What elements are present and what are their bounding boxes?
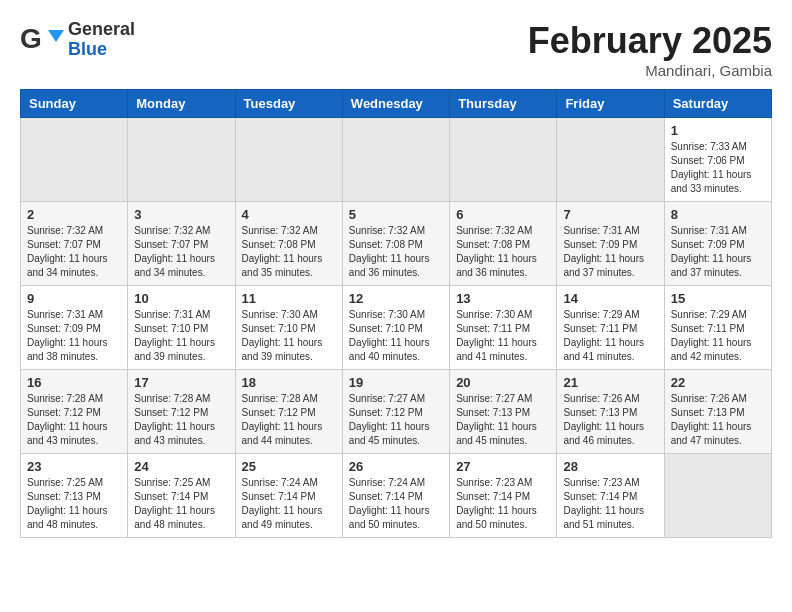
- calendar-cell: [664, 454, 771, 538]
- weekday-header-thursday: Thursday: [450, 90, 557, 118]
- calendar-cell: 10Sunrise: 7:31 AM Sunset: 7:10 PM Dayli…: [128, 286, 235, 370]
- calendar-cell: [557, 118, 664, 202]
- calendar-cell: 7Sunrise: 7:31 AM Sunset: 7:09 PM Daylig…: [557, 202, 664, 286]
- calendar-cell: 12Sunrise: 7:30 AM Sunset: 7:10 PM Dayli…: [342, 286, 449, 370]
- calendar-cell: 11Sunrise: 7:30 AM Sunset: 7:10 PM Dayli…: [235, 286, 342, 370]
- calendar-cell: 26Sunrise: 7:24 AM Sunset: 7:14 PM Dayli…: [342, 454, 449, 538]
- calendar-cell: 16Sunrise: 7:28 AM Sunset: 7:12 PM Dayli…: [21, 370, 128, 454]
- calendar-cell: 1Sunrise: 7:33 AM Sunset: 7:06 PM Daylig…: [664, 118, 771, 202]
- page-header: G General Blue February 2025 Mandinari, …: [20, 20, 772, 79]
- calendar-cell: 20Sunrise: 7:27 AM Sunset: 7:13 PM Dayli…: [450, 370, 557, 454]
- calendar-cell: 23Sunrise: 7:25 AM Sunset: 7:13 PM Dayli…: [21, 454, 128, 538]
- calendar-header: SundayMondayTuesdayWednesdayThursdayFrid…: [21, 90, 772, 118]
- calendar-cell: [235, 118, 342, 202]
- day-number: 20: [456, 375, 550, 390]
- calendar-cell: 4Sunrise: 7:32 AM Sunset: 7:08 PM Daylig…: [235, 202, 342, 286]
- logo: G General Blue: [20, 20, 135, 60]
- day-info: Sunrise: 7:32 AM Sunset: 7:07 PM Dayligh…: [134, 224, 228, 280]
- calendar-cell: 27Sunrise: 7:23 AM Sunset: 7:14 PM Dayli…: [450, 454, 557, 538]
- calendar-cell: 3Sunrise: 7:32 AM Sunset: 7:07 PM Daylig…: [128, 202, 235, 286]
- calendar-week-row: 2Sunrise: 7:32 AM Sunset: 7:07 PM Daylig…: [21, 202, 772, 286]
- calendar-cell: 15Sunrise: 7:29 AM Sunset: 7:11 PM Dayli…: [664, 286, 771, 370]
- calendar-cell: 9Sunrise: 7:31 AM Sunset: 7:09 PM Daylig…: [21, 286, 128, 370]
- day-number: 26: [349, 459, 443, 474]
- day-number: 9: [27, 291, 121, 306]
- day-info: Sunrise: 7:31 AM Sunset: 7:10 PM Dayligh…: [134, 308, 228, 364]
- day-info: Sunrise: 7:27 AM Sunset: 7:12 PM Dayligh…: [349, 392, 443, 448]
- day-number: 27: [456, 459, 550, 474]
- day-number: 22: [671, 375, 765, 390]
- day-info: Sunrise: 7:28 AM Sunset: 7:12 PM Dayligh…: [242, 392, 336, 448]
- svg-text:G: G: [20, 23, 42, 54]
- day-info: Sunrise: 7:28 AM Sunset: 7:12 PM Dayligh…: [27, 392, 121, 448]
- day-info: Sunrise: 7:31 AM Sunset: 7:09 PM Dayligh…: [27, 308, 121, 364]
- weekday-header-monday: Monday: [128, 90, 235, 118]
- day-number: 11: [242, 291, 336, 306]
- day-number: 12: [349, 291, 443, 306]
- weekday-header-row: SundayMondayTuesdayWednesdayThursdayFrid…: [21, 90, 772, 118]
- day-number: 16: [27, 375, 121, 390]
- day-info: Sunrise: 7:30 AM Sunset: 7:10 PM Dayligh…: [349, 308, 443, 364]
- calendar-subtitle: Mandinari, Gambia: [528, 62, 772, 79]
- day-number: 21: [563, 375, 657, 390]
- day-info: Sunrise: 7:29 AM Sunset: 7:11 PM Dayligh…: [671, 308, 765, 364]
- day-number: 17: [134, 375, 228, 390]
- weekday-header-wednesday: Wednesday: [342, 90, 449, 118]
- day-number: 4: [242, 207, 336, 222]
- day-number: 8: [671, 207, 765, 222]
- calendar-cell: 13Sunrise: 7:30 AM Sunset: 7:11 PM Dayli…: [450, 286, 557, 370]
- day-number: 5: [349, 207, 443, 222]
- calendar-cell: 18Sunrise: 7:28 AM Sunset: 7:12 PM Dayli…: [235, 370, 342, 454]
- calendar-cell: 17Sunrise: 7:28 AM Sunset: 7:12 PM Dayli…: [128, 370, 235, 454]
- day-number: 24: [134, 459, 228, 474]
- weekday-header-sunday: Sunday: [21, 90, 128, 118]
- day-number: 14: [563, 291, 657, 306]
- day-info: Sunrise: 7:29 AM Sunset: 7:11 PM Dayligh…: [563, 308, 657, 364]
- calendar-cell: 8Sunrise: 7:31 AM Sunset: 7:09 PM Daylig…: [664, 202, 771, 286]
- day-info: Sunrise: 7:31 AM Sunset: 7:09 PM Dayligh…: [563, 224, 657, 280]
- day-number: 18: [242, 375, 336, 390]
- day-info: Sunrise: 7:23 AM Sunset: 7:14 PM Dayligh…: [563, 476, 657, 532]
- day-number: 6: [456, 207, 550, 222]
- calendar-cell: [342, 118, 449, 202]
- calendar-table: SundayMondayTuesdayWednesdayThursdayFrid…: [20, 89, 772, 538]
- calendar-week-row: 9Sunrise: 7:31 AM Sunset: 7:09 PM Daylig…: [21, 286, 772, 370]
- day-number: 2: [27, 207, 121, 222]
- calendar-week-row: 23Sunrise: 7:25 AM Sunset: 7:13 PM Dayli…: [21, 454, 772, 538]
- svg-marker-1: [48, 30, 64, 42]
- day-info: Sunrise: 7:28 AM Sunset: 7:12 PM Dayligh…: [134, 392, 228, 448]
- day-number: 15: [671, 291, 765, 306]
- calendar-cell: 28Sunrise: 7:23 AM Sunset: 7:14 PM Dayli…: [557, 454, 664, 538]
- calendar-cell: 2Sunrise: 7:32 AM Sunset: 7:07 PM Daylig…: [21, 202, 128, 286]
- calendar-week-row: 1Sunrise: 7:33 AM Sunset: 7:06 PM Daylig…: [21, 118, 772, 202]
- day-number: 28: [563, 459, 657, 474]
- calendar-cell: [450, 118, 557, 202]
- day-info: Sunrise: 7:32 AM Sunset: 7:08 PM Dayligh…: [242, 224, 336, 280]
- day-number: 3: [134, 207, 228, 222]
- day-number: 23: [27, 459, 121, 474]
- day-number: 19: [349, 375, 443, 390]
- weekday-header-friday: Friday: [557, 90, 664, 118]
- day-info: Sunrise: 7:24 AM Sunset: 7:14 PM Dayligh…: [242, 476, 336, 532]
- calendar-cell: 24Sunrise: 7:25 AM Sunset: 7:14 PM Dayli…: [128, 454, 235, 538]
- logo-icon: G: [20, 22, 64, 58]
- calendar-cell: 19Sunrise: 7:27 AM Sunset: 7:12 PM Dayli…: [342, 370, 449, 454]
- day-info: Sunrise: 7:26 AM Sunset: 7:13 PM Dayligh…: [671, 392, 765, 448]
- day-info: Sunrise: 7:32 AM Sunset: 7:08 PM Dayligh…: [349, 224, 443, 280]
- calendar-cell: 14Sunrise: 7:29 AM Sunset: 7:11 PM Dayli…: [557, 286, 664, 370]
- day-number: 1: [671, 123, 765, 138]
- day-info: Sunrise: 7:30 AM Sunset: 7:11 PM Dayligh…: [456, 308, 550, 364]
- calendar-cell: [128, 118, 235, 202]
- weekday-header-tuesday: Tuesday: [235, 90, 342, 118]
- day-number: 13: [456, 291, 550, 306]
- day-number: 10: [134, 291, 228, 306]
- calendar-cell: 21Sunrise: 7:26 AM Sunset: 7:13 PM Dayli…: [557, 370, 664, 454]
- day-info: Sunrise: 7:25 AM Sunset: 7:13 PM Dayligh…: [27, 476, 121, 532]
- day-info: Sunrise: 7:31 AM Sunset: 7:09 PM Dayligh…: [671, 224, 765, 280]
- day-info: Sunrise: 7:32 AM Sunset: 7:07 PM Dayligh…: [27, 224, 121, 280]
- day-info: Sunrise: 7:26 AM Sunset: 7:13 PM Dayligh…: [563, 392, 657, 448]
- weekday-header-saturday: Saturday: [664, 90, 771, 118]
- calendar-title: February 2025: [528, 20, 772, 62]
- calendar-body: 1Sunrise: 7:33 AM Sunset: 7:06 PM Daylig…: [21, 118, 772, 538]
- day-number: 7: [563, 207, 657, 222]
